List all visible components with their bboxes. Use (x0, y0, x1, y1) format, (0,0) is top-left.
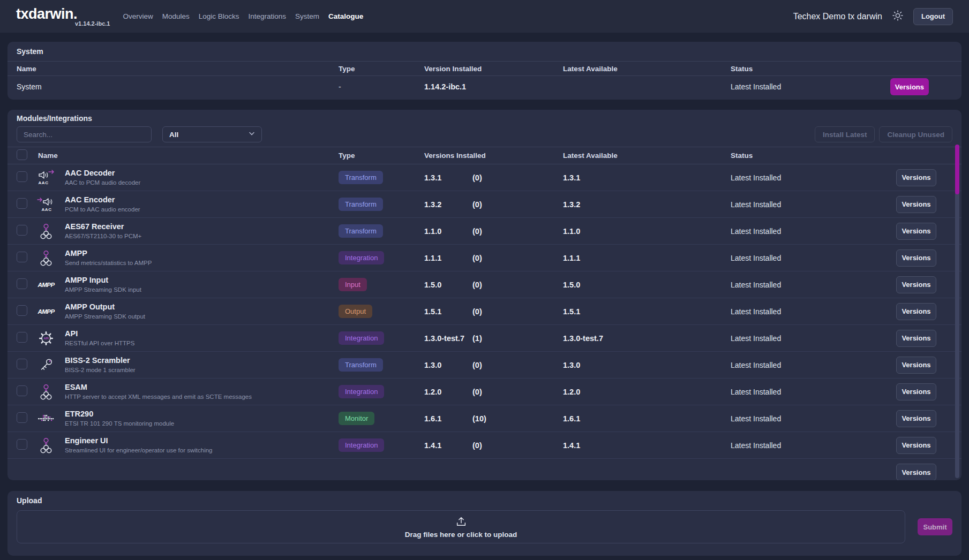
module-description: AES67/ST2110-30 to PCM+ (65, 233, 339, 240)
module-row: BISS-2 Scrambler BISS-2 mode 1 scrambler… (7, 352, 962, 379)
submit-button[interactable]: Submit (918, 518, 952, 535)
upload-icon (455, 516, 468, 529)
module-description: PCM to AAC audio encoder (65, 206, 339, 213)
module-name: AMPP (65, 249, 339, 258)
column-header-latest-available: Latest Available (563, 152, 731, 160)
module-row: AAC AAC Encoder PCM to AAC audio encoder… (7, 191, 962, 218)
nav-item-modules[interactable]: Modules (162, 12, 190, 20)
system-row: System - 1.14.2-ibc.1 Latest Installed V… (7, 76, 962, 97)
type-badge: Transform (339, 171, 383, 184)
sun-icon (892, 10, 904, 23)
modules-card: Modules/Integrations All Install Latest … (7, 110, 962, 480)
module-description: AMPP Streaming SDK input (65, 286, 339, 293)
aac-decoder-icon: AAC (36, 167, 56, 188)
versions-installed: 1.6.1 (424, 414, 472, 423)
chevron-down-icon (247, 129, 256, 140)
row-checkbox[interactable] (17, 278, 27, 289)
row-checkbox[interactable] (17, 359, 27, 369)
latest-available: 1.1.1 (563, 254, 731, 262)
row-checkbox[interactable] (17, 305, 27, 316)
nav-item-overview[interactable]: Overview (123, 12, 153, 20)
select-all-checkbox[interactable] (17, 149, 27, 160)
versions-installed: 1.3.0-test.7 (424, 334, 472, 343)
table-scrollbar-track[interactable] (955, 145, 959, 478)
module-description: Send metrics/statistics to AMPP (65, 260, 339, 267)
system-table-header: Name Type Version Installed Latest Avail… (7, 61, 962, 76)
svg-text:AAC: AAC (39, 180, 49, 185)
module-row: AES67 Receiver AES67/ST2110-30 to PCM+ T… (7, 218, 962, 245)
file-dropzone[interactable]: Drag files here or click to upload (17, 510, 905, 543)
status-text: Latest Installed (731, 173, 890, 182)
nav-item-catalogue[interactable]: Catalogue (328, 12, 363, 20)
install-latest-button[interactable]: Install Latest (815, 126, 875, 142)
module-row: API API RESTful API over HTTPS Integrati… (7, 325, 962, 352)
system-versions-button[interactable]: Versions (890, 78, 929, 95)
module-row: ETR290 ETSI TR 101 290 TS monitoring mod… (7, 405, 962, 432)
network-nodes-icon (36, 381, 56, 403)
versions-button[interactable]: Versions (896, 169, 936, 186)
type-badge: Input (339, 278, 367, 291)
versions-button[interactable]: Versions (896, 383, 936, 400)
versions-button[interactable]: Versions (896, 223, 936, 240)
versions-button[interactable]: Versions (896, 249, 936, 267)
type-filter-select[interactable]: All (162, 126, 262, 142)
user-name: Techex Demo tx darwin (793, 12, 882, 21)
row-checkbox[interactable] (17, 198, 27, 209)
versions-button[interactable]: Versions (896, 196, 936, 213)
network-nodes-icon (36, 221, 56, 242)
versions-installed: 1.1.0 (424, 227, 472, 236)
status-text: Latest Installed (731, 200, 890, 209)
module-description: AMPP Streaming SDK output (65, 313, 339, 320)
row-checkbox[interactable] (17, 385, 27, 396)
nav-item-logic-blocks[interactable]: Logic Blocks (199, 12, 239, 20)
latest-available: 1.3.0-test.7 (563, 334, 731, 343)
app-logo-text[interactable]: txdarwin. (16, 6, 110, 21)
versions-button[interactable]: Versions (896, 357, 936, 374)
row-checkbox[interactable] (17, 332, 27, 343)
column-header-name: Name (36, 152, 339, 160)
status-text: Latest Installed (731, 441, 890, 450)
theme-toggle-button[interactable] (892, 10, 904, 23)
type-badge: Transform (339, 224, 383, 238)
versions-count: (1) (472, 334, 563, 343)
versions-button[interactable]: Versions (896, 276, 936, 293)
search-input[interactable] (17, 126, 152, 142)
row-checkbox[interactable] (17, 412, 27, 423)
aac-encoder-icon: AAC (36, 194, 56, 215)
table-scrollbar-thumb[interactable] (955, 145, 959, 194)
module-row-partial: Versions (7, 459, 962, 480)
latest-available: 1.1.0 (563, 227, 731, 236)
nav-item-system[interactable]: System (295, 12, 319, 20)
column-header-versions-installed: Versions Installed (424, 152, 563, 160)
module-description: AAC to PCM audio decoder (65, 179, 339, 186)
module-name: AAC Encoder (65, 195, 339, 205)
row-checkbox[interactable] (17, 252, 27, 262)
app-logo[interactable]: txdarwin. v1.14.2-ibc.1 (16, 6, 110, 27)
latest-available: 1.4.1 (563, 441, 731, 450)
versions-button[interactable]: Versions (896, 437, 936, 454)
module-name: AAC Decoder (65, 169, 339, 178)
versions-button[interactable]: Versions (896, 464, 936, 480)
row-checkbox[interactable] (17, 225, 27, 236)
status-text: Latest Installed (731, 334, 890, 343)
versions-installed: 1.3.2 (424, 200, 472, 209)
module-name: AES67 Receiver (65, 222, 339, 231)
module-description: Streamlined UI for engineer/operator use… (65, 447, 339, 454)
system-name: System (17, 82, 339, 91)
column-header-status: Status (731, 65, 888, 73)
module-name: AMPP Output (65, 302, 339, 312)
system-card: System Name Type Version Installed Lates… (7, 42, 962, 100)
logout-button[interactable]: Logout (913, 8, 953, 25)
versions-installed: 1.2.0 (424, 388, 472, 396)
cleanup-unused-button[interactable]: Cleanup Unused (879, 126, 952, 142)
type-badge: Monitor (339, 412, 374, 425)
versions-button[interactable]: Versions (896, 330, 936, 347)
module-name: ETR290 (65, 410, 339, 419)
row-checkbox[interactable] (17, 439, 27, 450)
module-description: RESTful API over HTTPS (65, 340, 339, 347)
nav-item-integrations[interactable]: Integrations (249, 12, 287, 20)
row-checkbox[interactable] (17, 171, 27, 182)
versions-button[interactable]: Versions (896, 410, 936, 427)
versions-button[interactable]: Versions (896, 303, 936, 320)
system-status: Latest Installed (731, 82, 888, 91)
